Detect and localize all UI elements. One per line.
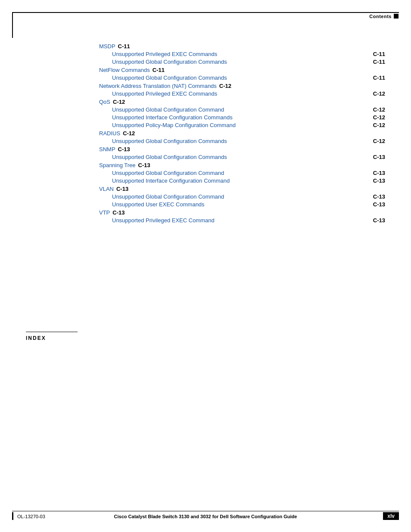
toc-dots — [229, 79, 371, 80]
toc-child-link-radius-0[interactable]: Unsupported Global Configuration Command… — [112, 138, 227, 144]
toc-link-vlan[interactable]: VLAN — [99, 186, 114, 192]
toc-section-vlan: VLANC-13Unsupported Global Configuration… — [99, 186, 385, 208]
toc-child-page-qos-0: C-12 — [373, 106, 385, 113]
toc-level1-msdp: MSDPC-11 — [99, 43, 385, 50]
toc-dots — [226, 198, 371, 199]
toc-level1-vlan: VLANC-13 — [99, 186, 385, 192]
toc-level1-snmp: SNMPC-13 — [99, 146, 385, 152]
toc-level2-qos-1: Unsupported Interface Configuration Comm… — [99, 114, 385, 121]
toc-child-page-spanning-tree-1: C-13 — [373, 177, 385, 184]
toc-child-link-netflow-0[interactable]: Unsupported Global Configuration Command… — [112, 75, 227, 81]
toc-child-link-vlan-1[interactable]: Unsupported User EXEC Commands — [112, 201, 205, 208]
toc-child-link-vlan-0[interactable]: Unsupported Global Configuration Command — [112, 193, 224, 200]
toc-dots — [231, 182, 371, 183]
toc-child-page-snmp-0: C-13 — [373, 154, 385, 160]
toc-dots — [234, 119, 371, 119]
toc-child-link-msdp-1[interactable]: Unsupported Global Configuration Command… — [112, 59, 227, 65]
toc-level2-spanning-tree-1: Unsupported Interface Configuration Comm… — [99, 177, 385, 184]
toc-level2-spanning-tree-0: Unsupported Global Configuration Command… — [99, 170, 385, 176]
toc-link-msdp[interactable]: MSDP — [99, 43, 115, 50]
toc-level1-qos: QoSC-12 — [99, 99, 385, 105]
toc-level2-vlan-1: Unsupported User EXEC CommandsC-13 — [99, 201, 385, 208]
index-section: Index — [26, 332, 78, 341]
toc-child-link-nat-0[interactable]: Unsupported Privileged EXEC Commands — [112, 90, 217, 97]
toc-dots — [229, 159, 371, 159]
toc-link-qos[interactable]: QoS — [99, 99, 110, 105]
toc-child-page-spanning-tree-0: C-13 — [373, 170, 385, 176]
left-border — [12, 12, 13, 38]
toc-level1-radius: RADIUSC-12 — [99, 130, 385, 137]
toc-level2-vlan-0: Unsupported Global Configuration Command… — [99, 193, 385, 200]
toc-dots — [226, 174, 371, 175]
toc-level1-vtp: VTPC-13 — [99, 209, 385, 216]
toc-section-msdp: MSDPC-11Unsupported Privileged EXEC Comm… — [99, 43, 385, 65]
toc-dots — [226, 111, 371, 112]
toc-child-page-qos-2: C-12 — [373, 122, 385, 128]
footer-left-bar — [12, 512, 13, 520]
toc-level2-qos-2: Unsupported Policy-Map Configuration Com… — [99, 122, 385, 128]
toc-level1-netflow: NetFlow CommandsC-11 — [99, 67, 385, 73]
toc-dots — [219, 56, 371, 56]
header-square-icon — [394, 14, 399, 19]
toc-section-radius: RADIUSC-12Unsupported Global Configurati… — [99, 130, 385, 144]
toc-page-vlan: C-13 — [116, 186, 128, 192]
toc-dots — [237, 127, 371, 127]
toc-child-link-snmp-0[interactable]: Unsupported Global Configuration Command… — [112, 154, 227, 160]
toc-dots — [219, 95, 371, 96]
toc-container: MSDPC-11Unsupported Privileged EXEC Comm… — [99, 43, 385, 225]
toc-level2-snmp-0: Unsupported Global Configuration Command… — [99, 154, 385, 160]
toc-link-radius[interactable]: RADIUS — [99, 130, 120, 137]
footer-doc-id: OL-13270-03 — [17, 514, 45, 519]
toc-child-link-qos-0[interactable]: Unsupported Global Configuration Command — [112, 106, 224, 113]
toc-page-radius: C-12 — [123, 130, 135, 137]
toc-level2-radius-0: Unsupported Global Configuration Command… — [99, 138, 385, 144]
toc-section-snmp: SNMPC-13Unsupported Global Configuration… — [99, 146, 385, 160]
toc-link-vtp[interactable]: VTP — [99, 209, 110, 216]
toc-dots — [206, 206, 371, 206]
toc-child-link-qos-2[interactable]: Unsupported Policy-Map Configuration Com… — [112, 122, 236, 128]
toc-child-page-msdp-1: C-11 — [373, 59, 385, 65]
header-contents-label: Contents — [369, 14, 392, 19]
toc-link-nat[interactable]: Network Address Translation (NAT) Comman… — [99, 83, 217, 89]
toc-child-link-msdp-0[interactable]: Unsupported Privileged EXEC Commands — [112, 51, 217, 57]
toc-page-nat: C-12 — [219, 83, 231, 89]
toc-dots — [216, 222, 371, 222]
toc-page-vtp: C-13 — [112, 209, 125, 216]
toc-level2-netflow-0: Unsupported Global Configuration Command… — [99, 75, 385, 81]
toc-child-link-vtp-0[interactable]: Unsupported Privileged EXEC Command — [112, 217, 215, 224]
toc-page-snmp: C-13 — [118, 146, 130, 152]
toc-dots — [229, 63, 371, 64]
toc-child-page-vlan-1: C-13 — [373, 201, 385, 208]
toc-section-qos: QoSC-12Unsupported Global Configuration … — [99, 99, 385, 128]
toc-child-link-spanning-tree-0[interactable]: Unsupported Global Configuration Command — [112, 170, 224, 176]
toc-section-netflow: NetFlow CommandsC-11Unsupported Global C… — [99, 67, 385, 81]
footer-line — [12, 511, 399, 511]
toc-link-snmp[interactable]: SNMP — [99, 146, 115, 152]
toc-link-spanning-tree[interactable]: Spanning Tree — [99, 162, 136, 168]
toc-child-page-qos-1: C-12 — [373, 114, 385, 121]
toc-child-link-qos-1[interactable]: Unsupported Interface Configuration Comm… — [112, 114, 233, 121]
toc-child-link-spanning-tree-1[interactable]: Unsupported Interface Configuration Comm… — [112, 177, 230, 184]
toc-child-page-msdp-0: C-11 — [373, 51, 385, 57]
toc-page-spanning-tree: C-13 — [138, 162, 150, 168]
toc-level2-msdp-1: Unsupported Global Configuration Command… — [99, 59, 385, 65]
toc-level1-spanning-tree: Spanning TreeC-13 — [99, 162, 385, 168]
toc-level2-nat-0: Unsupported Privileged EXEC CommandsC-12 — [99, 90, 385, 97]
toc-level2-qos-0: Unsupported Global Configuration Command… — [99, 106, 385, 113]
toc-level1-nat: Network Address Translation (NAT) Comman… — [99, 83, 385, 89]
toc-section-nat: Network Address Translation (NAT) Comman… — [99, 83, 385, 97]
toc-page-msdp: C-11 — [118, 43, 130, 50]
toc-level2-vtp-0: Unsupported Privileged EXEC CommandC-13 — [99, 217, 385, 224]
toc-section-spanning-tree: Spanning TreeC-13Unsupported Global Conf… — [99, 162, 385, 184]
footer-page-number: xlv — [383, 512, 399, 520]
toc-page-qos: C-12 — [113, 99, 125, 105]
footer-title: Cisco Catalyst Blade Switch 3130 and 303… — [114, 514, 297, 519]
toc-dots — [229, 143, 371, 143]
toc-child-page-vtp-0: C-13 — [373, 217, 385, 224]
toc-level2-msdp-0: Unsupported Privileged EXEC CommandsC-11 — [99, 51, 385, 57]
top-border — [12, 12, 399, 13]
toc-link-netflow[interactable]: NetFlow Commands — [99, 67, 150, 73]
toc-section-vtp: VTPC-13Unsupported Privileged EXEC Comma… — [99, 209, 385, 224]
toc-child-page-nat-0: C-12 — [373, 90, 385, 97]
toc-child-page-netflow-0: C-11 — [373, 75, 385, 81]
